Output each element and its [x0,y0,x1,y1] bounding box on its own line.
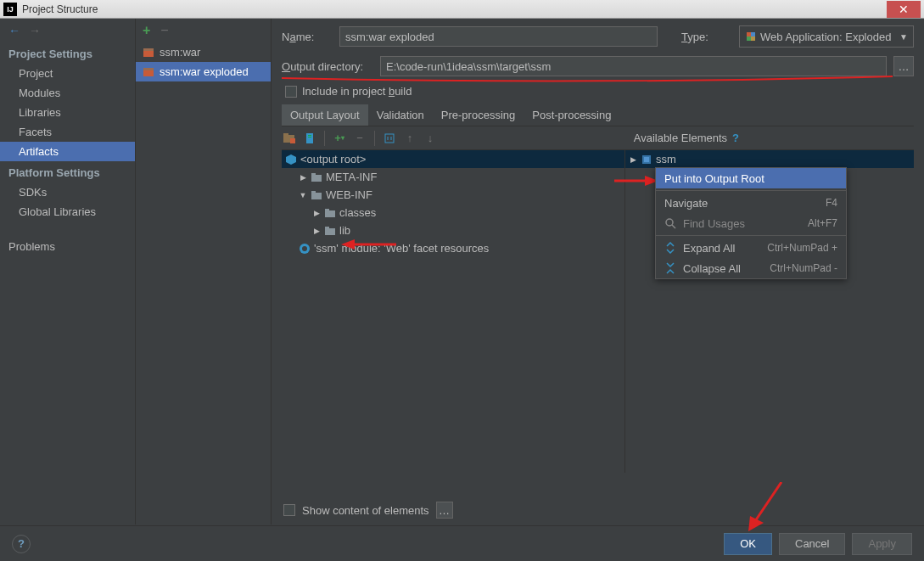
name-input[interactable] [339,26,658,47]
svg-rect-19 [311,191,316,194]
browse-button[interactable]: … [893,56,914,76]
show-content-row: Show content of elements … [283,502,914,519]
svg-rect-4 [747,32,751,36]
close-button[interactable]: ✕ [887,1,921,18]
tree-root[interactable]: <output root> [282,150,624,168]
type-label: Type: [681,31,732,43]
svg-marker-15 [286,154,296,165]
tab-postprocessing[interactable]: Post-processing [524,104,619,126]
ctx-label: Put into Output Root [664,172,764,185]
expand-icon[interactable]: ▶ [312,227,321,235]
available-elements-label: Available Elements [634,132,727,144]
type-select[interactable]: Web Application: Exploded ▼ [739,25,914,48]
ok-button[interactable]: OK [724,533,772,555]
ctx-find-usages[interactable]: Find Usages Alt+F7 [656,213,846,233]
move-down-icon[interactable]: ↓ [423,131,438,146]
tree-facet[interactable]: 'ssm' module: 'Web' facet resources [282,239,624,257]
tree-label: <output root> [300,153,366,165]
sidebar-item-global-libraries[interactable]: Global Libraries [0,202,135,222]
show-content-browse[interactable]: … [436,502,453,519]
ctx-expand-all[interactable]: Expand All Ctrl+NumPad + [656,238,846,258]
tree-label: META-INF [326,171,377,183]
tree-folder[interactable]: ▶ classes [282,204,624,222]
ctx-put-into-output-root[interactable]: Put into Output Root [656,168,846,188]
help-button[interactable]: ? [12,535,31,553]
include-checkbox[interactable] [285,86,297,98]
ctx-shortcut: Alt+F7 [808,217,837,229]
expand-icon[interactable]: ▶ [312,209,321,217]
sort-icon[interactable] [382,131,397,146]
avail-module[interactable]: ▶ ssm [625,150,914,168]
search-icon [664,217,676,229]
chevron-down-icon: ▼ [899,32,908,42]
svg-rect-6 [747,36,751,41]
name-label: Name: [282,31,333,43]
svg-rect-10 [290,138,295,143]
move-up-icon[interactable]: ↑ [402,131,417,146]
tree-folder[interactable]: ▶ META-INF [282,168,624,186]
remove-artifact-button[interactable]: − [160,23,168,38]
artifact-label: ssm:war [160,46,200,59]
output-layout-tree[interactable]: <output root> ▶ META-INF ▼ WEB-INF ▶ cla… [282,150,625,473]
svg-line-29 [672,225,675,228]
war-icon [143,47,154,59]
sidebar-item-facets[interactable]: Facets [0,122,135,142]
ctx-navigate[interactable]: Navigate F4 [656,193,846,213]
back-arrow-icon[interactable]: ← [8,24,20,37]
svg-rect-17 [311,173,316,176]
ctx-shortcut: F4 [826,197,837,209]
show-content-checkbox[interactable] [283,504,295,516]
folder-icon [311,171,322,183]
svg-rect-21 [325,209,329,211]
svg-point-28 [666,219,673,226]
tab-preprocessing[interactable]: Pre-processing [433,104,524,126]
svg-rect-23 [325,227,329,229]
expand-icon[interactable]: ▶ [629,155,637,164]
module-icon [641,154,652,165]
sidebar-item-libraries[interactable]: Libraries [0,103,135,122]
sidebar-item-artifacts[interactable]: Artifacts [0,142,135,161]
outdir-input[interactable] [380,56,887,76]
artifact-entry[interactable]: ssm:war [136,42,271,62]
sidebar-item-modules[interactable]: Modules [0,83,135,103]
expand-icon[interactable]: ▶ [299,173,307,182]
tree-label: 'ssm' module: 'Web' facet resources [314,242,489,255]
puzzle-icon [745,31,757,42]
cancel-button[interactable]: Cancel [779,533,845,555]
collapse-icon[interactable]: ▼ [299,191,307,199]
separator [656,235,846,236]
ctx-shortcut: Ctrl+NumPad - [770,262,837,274]
tree-label: lib [339,224,350,237]
remove-icon[interactable]: − [352,131,367,146]
new-archive-icon[interactable] [302,131,317,146]
folder-icon [311,189,322,201]
artifact-tabs: Output Layout Validation Pre-processing … [282,104,914,126]
sidebar-item-sdks[interactable]: SDKs [0,182,135,202]
svg-point-25 [302,246,307,251]
tree-folder[interactable]: ▼ WEB-INF [282,186,624,204]
svg-rect-13 [308,137,311,137]
war-icon [143,66,154,78]
ctx-collapse-all[interactable]: Collapse All Ctrl+NumPad - [656,258,846,278]
tab-validation[interactable]: Validation [368,104,433,126]
tab-output-layout[interactable]: Output Layout [282,104,368,126]
outdir-label: Output directory: [282,60,373,73]
svg-rect-14 [385,134,394,143]
output-root-icon [285,154,297,165]
svg-rect-20 [325,210,335,217]
apply-button[interactable]: Apply [852,533,912,555]
sidebar-item-project[interactable]: Project [0,64,135,83]
help-icon[interactable]: ? [732,132,739,144]
add-copy-icon[interactable]: +▾ [332,131,347,146]
sidebar-heading-project: Project Settings [0,42,135,64]
show-content-label: Show content of elements [302,504,429,517]
new-folder-icon[interactable] [282,131,297,146]
sidebar-item-problems[interactable]: Problems [0,237,135,256]
ctx-label: Find Usages [683,217,745,230]
sidebar-heading-platform: Platform Settings [0,161,135,182]
tree-folder-lib[interactable]: ▶ lib [282,222,624,239]
artifact-list: + − ssm:war ssm:war exploded [136,19,272,525]
add-artifact-button[interactable]: + [143,23,150,38]
artifact-entry[interactable]: ssm:war exploded [136,62,271,81]
avail-label: ssm [656,153,676,165]
